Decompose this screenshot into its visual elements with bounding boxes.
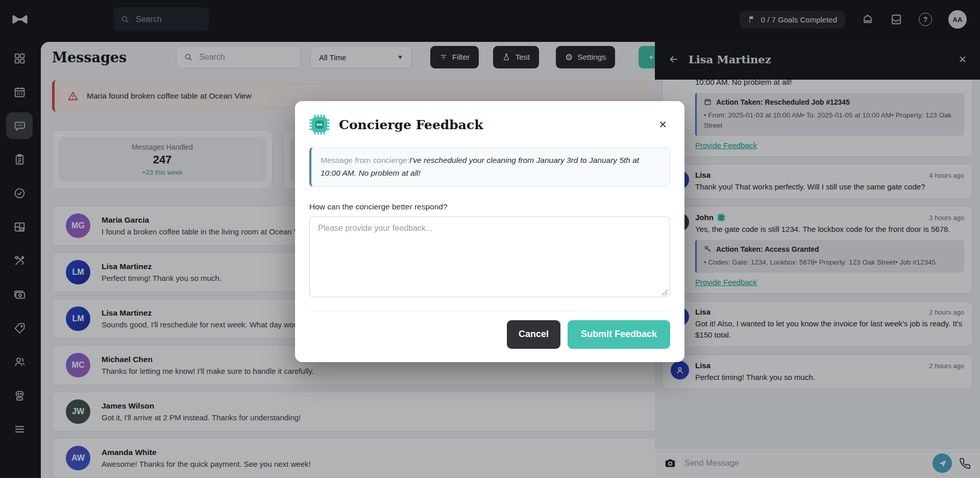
feedback-field-wrap [309, 217, 670, 299]
concierge-chip-icon [309, 114, 330, 135]
resize-handle[interactable] [662, 290, 668, 296]
concierge-message-box: Message from concierge:I've rescheduled … [309, 147, 670, 187]
feedback-question: How can the concierge better respond? [309, 202, 670, 211]
cancel-button[interactable]: Cancel [507, 320, 560, 349]
concierge-message-label: Message from concierge: [321, 156, 409, 164]
close-icon[interactable]: ✕ [655, 119, 670, 130]
app-root: 0 / 7 Goals Completed ? AA Messages [0, 0, 980, 478]
modal-title: Concierge Feedback [339, 117, 483, 132]
modal-footer: Cancel Submit Feedback [309, 310, 670, 349]
submit-feedback-button[interactable]: Submit Feedback [568, 320, 670, 349]
feedback-textarea[interactable] [309, 217, 670, 297]
modal-header: Concierge Feedback ✕ [309, 114, 670, 135]
concierge-feedback-modal: Concierge Feedback ✕ Message from concie… [295, 101, 684, 362]
